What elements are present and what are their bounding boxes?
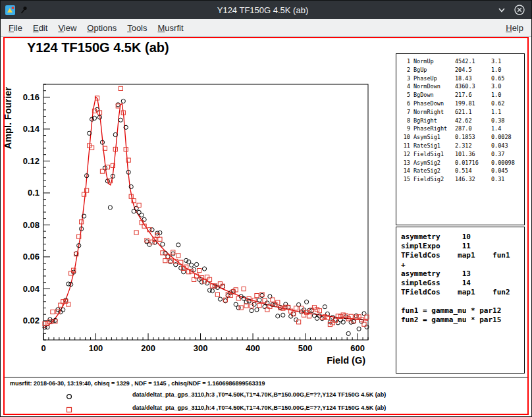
svg-text:0.14: 0.14 [23, 124, 40, 134]
menu-musrfit[interactable]: Musrfit [153, 20, 189, 36]
param-error: 0.62 [491, 99, 524, 108]
param-name: PhaseDown [413, 99, 452, 108]
svg-text:0: 0 [41, 343, 45, 353]
legend-item[interactable]: data/deltat_pta_gps_3110,h:4 ,T0=4.50K,T… [5, 402, 527, 415]
param-idx: 9 [401, 125, 410, 133]
param-name: BgRight [413, 117, 452, 125]
svg-text:0.16: 0.16 [23, 92, 40, 102]
param-value: 2.312 [455, 142, 488, 150]
fourier-amplitude-plot[interactable]: 01002003004005006000.020.040.060.080.10.… [5, 58, 400, 375]
param-name: BgUp [413, 66, 452, 74]
param-row-PhaseUp: 3PhaseUp18.430.65 [401, 74, 524, 83]
svg-text:500: 500 [298, 343, 313, 353]
param-row-FieldSig2: 15FieldSig2146.320.31 [401, 175, 524, 184]
param-name: AsymSig1 [413, 133, 452, 142]
main-pad[interactable]: Y124 TF150G 4.5K (ab) 010020030040050060… [5, 38, 527, 377]
parameter-statbox[interactable]: 1NormUp4542.13.12BgUp204.51.03PhaseUp18.… [396, 53, 525, 225]
param-name: PhaseUp [413, 74, 452, 83]
param-value: 217.6 [455, 91, 488, 99]
param-idx: 13 [401, 159, 410, 167]
menu-tools[interactable]: Tools [122, 20, 152, 36]
param-row-BgUp: 2BgUp204.51.0 [401, 66, 524, 74]
svg-text:600: 600 [350, 343, 365, 353]
pin-icon[interactable] [19, 5, 28, 14]
svg-text:0.04: 0.04 [23, 284, 40, 294]
param-idx: 3 [401, 74, 410, 83]
param-value: 4360.3 [455, 82, 488, 91]
param-value: 146.32 [455, 175, 488, 184]
param-row-NormRight: 7NormRight621.11.1 [401, 108, 524, 117]
param-row-AsymSig1: 10AsymSig10.18530.0028 [401, 133, 524, 142]
param-value: 4542.1 [455, 57, 488, 66]
legend: data/deltat_pta_gps_3110,h:3 ,T0=4.50K,T… [5, 389, 527, 415]
menu-options[interactable]: Options [82, 20, 122, 36]
param-error: 1.0 [491, 91, 524, 99]
param-idx: 12 [401, 150, 410, 159]
menu-edit[interactable]: Edit [28, 20, 53, 36]
info-pad: musrfit: 2018-06-30, 13:19:40, chisq = 1… [5, 377, 527, 414]
menu-help[interactable]: Help [500, 20, 529, 36]
param-name: NormDown [413, 82, 452, 91]
param-error: 1.0 [491, 66, 524, 74]
param-error: 0.37 [491, 150, 524, 159]
param-value: 18.43 [455, 74, 488, 83]
param-error: 0.00098 [491, 159, 524, 167]
param-name: RateSig1 [413, 142, 452, 150]
plot-title: Y124 TF150G 4.5K (ab) [27, 40, 169, 55]
titlebar-right [497, 5, 531, 15]
param-name: FieldSig1 [413, 150, 452, 159]
param-value: 0.01716 [455, 159, 488, 167]
param-idx: 15 [401, 175, 410, 184]
param-value: 101.36 [455, 150, 488, 159]
legend-label: data/deltat_pta_gps_3110,h:3 ,T0=4.50K,T… [132, 391, 386, 398]
param-name: FieldSig2 [413, 175, 452, 184]
param-error: 0.31 [491, 175, 524, 184]
param-row-FieldSig1: 12FieldSig1101.360.37 [401, 150, 524, 159]
param-name: RateSig2 [413, 167, 452, 175]
param-idx: 14 [401, 167, 410, 175]
param-row-NormUp: 1NormUp4542.13.1 [401, 57, 524, 66]
param-idx: 2 [401, 66, 410, 74]
svg-text:400: 400 [246, 343, 260, 353]
param-idx: 6 [401, 99, 410, 108]
menubar: FileEditViewOptionsToolsMusrfit Help [1, 19, 531, 37]
param-error: 0.043 [491, 142, 524, 150]
param-error: 0.38 [491, 117, 524, 125]
param-row-RateSig1: 11RateSig12.3120.043 [401, 142, 524, 150]
app-window: Y124 TF150G 4.5K (ab) FileEditViewOption… [0, 0, 532, 417]
param-idx: 8 [401, 117, 410, 125]
shade-button[interactable] [497, 5, 506, 14]
close-button[interactable] [514, 5, 525, 15]
titlebar-left [1, 5, 28, 15]
param-name: NormRight [413, 108, 452, 117]
param-idx: 5 [401, 91, 410, 99]
svg-text:Field (G): Field (G) [327, 355, 365, 366]
svg-text:0.08: 0.08 [23, 220, 40, 230]
param-error: 0.0028 [491, 133, 524, 142]
param-row-NormDown: 4NormDown4360.33.0 [401, 82, 524, 91]
menu-file[interactable]: File [3, 20, 28, 36]
param-value: 0.514 [455, 167, 488, 175]
fit-info-text: musrfit: 2018-06-30, 13:19:40, chisq = 1… [10, 380, 265, 387]
param-error: 3.0 [491, 82, 524, 91]
param-name: AsymSig2 [413, 159, 452, 167]
svg-text:0.02: 0.02 [23, 316, 40, 325]
menu-view[interactable]: View [53, 20, 82, 36]
param-row-AsymSig2: 13AsymSig20.017160.00098 [401, 159, 524, 167]
param-name: BgDown [413, 91, 452, 99]
legend-item[interactable]: data/deltat_pta_gps_3110,h:3 ,T0=4.50K,T… [5, 389, 527, 402]
app-icon [5, 5, 15, 15]
titlebar[interactable]: Y124 TF150G 4.5K (ab) [1, 1, 531, 19]
svg-text:200: 200 [141, 343, 155, 353]
param-row-BgRight: 8BgRight42.620.38 [401, 117, 524, 125]
param-name: PhaseRight [413, 125, 452, 133]
param-idx: 7 [401, 108, 410, 117]
param-error: 0.65 [491, 74, 524, 83]
param-idx: 10 [401, 133, 410, 142]
param-row-PhaseDown: 6PhaseDown199.810.62 [401, 99, 524, 108]
param-idx: 4 [401, 82, 410, 91]
svg-text:0.06: 0.06 [23, 252, 40, 262]
theory-statbox[interactable]: asymmetry 10 simplExpo 11 TFieldCos map1… [396, 227, 525, 374]
root-canvas[interactable]: Y124 TF150G 4.5K (ab) 010020030040050060… [3, 37, 529, 415]
param-row-BgDown: 5BgDown217.61.0 [401, 91, 524, 99]
